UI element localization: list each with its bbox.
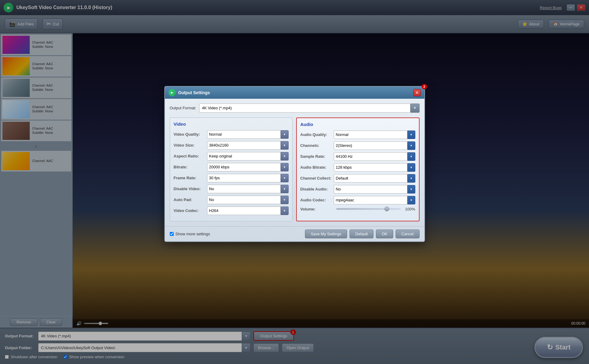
- aspect-ratio-label: Aspect Ratio:: [174, 154, 207, 158]
- disable-video-dropdown[interactable]: ▼: [281, 185, 289, 193]
- format-select[interactable]: [199, 104, 410, 113]
- show-more-label[interactable]: Show more settings: [170, 232, 210, 236]
- show-more-checkbox[interactable]: [170, 232, 174, 236]
- video-codec-label: Video Codec:: [174, 208, 207, 213]
- bitrate-label: Bitrate:: [174, 165, 207, 169]
- frame-rate-wrap: ▼: [207, 174, 289, 182]
- auto-pad-dropdown[interactable]: ▼: [281, 196, 289, 204]
- audio-bitrate-row: Audio Bitrate: ▼: [300, 163, 415, 172]
- video-size-row: Video Size: ▼: [174, 141, 289, 150]
- disable-video-input[interactable]: [207, 185, 281, 193]
- frame-rate-label: Frame Rate:: [174, 176, 207, 180]
- bitrate-dropdown[interactable]: ▼: [281, 163, 289, 171]
- audio-quality-wrap: ▼: [334, 131, 415, 139]
- video-codec-wrap: ▼: [207, 207, 289, 215]
- bitrate-row: Bitrate: ▼: [174, 163, 289, 171]
- volume-thumb-dialog[interactable]: [384, 207, 389, 211]
- frame-rate-dropdown[interactable]: ▼: [281, 174, 289, 182]
- sample-rate-label: Sample Rate:: [300, 154, 334, 159]
- auto-pad-input[interactable]: [207, 196, 281, 204]
- audio-bitrate-label: Audio Bitrate:: [300, 165, 334, 170]
- bitrate-wrap: ▼: [207, 163, 289, 171]
- audio-quality-input[interactable]: [334, 131, 407, 139]
- volume-row: Volume: 100%: [300, 207, 415, 211]
- audio-quality-dropdown[interactable]: ▼: [407, 131, 415, 139]
- channels-row: Channels: ▼: [300, 141, 415, 150]
- channels-dropdown[interactable]: ▼: [407, 141, 415, 150]
- format-label: Output Format:: [170, 106, 196, 110]
- video-quality-dropdown[interactable]: ▼: [281, 130, 289, 139]
- dialog-body: Output Format: ▼ Video Video Quality:: [165, 99, 424, 226]
- sample-rate-wrap: ▼: [334, 152, 415, 161]
- aspect-ratio-wrap: ▼: [207, 152, 289, 160]
- audio-bitrate-wrap: ▼: [334, 163, 415, 172]
- channels-input[interactable]: [334, 141, 407, 150]
- audio-bitrate-input[interactable]: [334, 163, 407, 172]
- channel-collect-dropdown[interactable]: ▼: [407, 174, 415, 183]
- video-codec-row: Video Codec: ▼: [174, 207, 289, 215]
- format-row: Output Format: ▼: [170, 104, 420, 113]
- video-size-dropdown[interactable]: ▼: [281, 141, 289, 150]
- video-quality-input[interactable]: [207, 130, 281, 139]
- output-settings-dialog: 2 Output Settings ✕ Output Format: ▼: [164, 86, 425, 242]
- volume-label: Volume:: [300, 207, 334, 211]
- video-codec-input[interactable]: [207, 207, 281, 215]
- auto-pad-wrap: ▼: [207, 196, 289, 204]
- audio-codec-input[interactable]: [334, 196, 407, 204]
- disable-audio-dropdown[interactable]: ▼: [407, 185, 415, 194]
- video-panel-title: Video: [174, 121, 289, 127]
- auto-pad-label: Auto Pad:: [174, 197, 207, 202]
- channel-collect-row: Channel Collect: ▼: [300, 174, 415, 183]
- disable-audio-input[interactable]: [334, 185, 407, 194]
- sample-rate-row: Sample Rate: ▼: [300, 152, 415, 161]
- audio-quality-label: Audio Quality:: [300, 132, 334, 137]
- video-size-input[interactable]: [207, 141, 281, 150]
- dialog-title-bar: Output Settings ✕: [165, 87, 424, 99]
- dialog-overlay: 2 Output Settings ✕ Output Format: ▼: [0, 0, 589, 364]
- video-size-label: Video Size:: [174, 143, 207, 147]
- audio-bitrate-dropdown[interactable]: ▼: [407, 163, 415, 172]
- video-panel: Video Video Quality: ▼ Video Size:: [170, 117, 293, 221]
- disable-video-row: Disable Video: ▼: [174, 185, 289, 193]
- sample-rate-input[interactable]: [334, 152, 407, 161]
- bitrate-input[interactable]: [207, 163, 281, 171]
- dialog-close-button[interactable]: ✕: [413, 89, 421, 96]
- audio-codec-row: Audio Codec: ▼: [300, 196, 415, 204]
- dialog-footer: Show more settings Save My Settings Defa…: [165, 226, 424, 241]
- video-quality-row: Video Quality: ▼: [174, 130, 289, 139]
- dialog-logo: [169, 89, 176, 96]
- disable-audio-row: Disable Audio: ▼: [300, 185, 415, 194]
- audio-quality-row: Audio Quality: ▼: [300, 131, 415, 139]
- save-my-settings-button[interactable]: Save My Settings: [305, 230, 347, 238]
- default-button[interactable]: Default: [350, 230, 373, 238]
- audio-codec-label: Audio Codec:: [300, 198, 334, 202]
- audio-panel: Audio Audio Quality: ▼ Channels:: [296, 117, 420, 221]
- audio-panel-title: Audio: [300, 122, 415, 127]
- panels-row: Video Video Quality: ▼ Video Size:: [170, 117, 420, 221]
- dialog-title: Output Settings: [178, 90, 411, 95]
- aspect-ratio-dropdown[interactable]: ▼: [281, 152, 289, 160]
- audio-codec-dropdown[interactable]: ▼: [407, 196, 415, 204]
- disable-video-wrap: ▼: [207, 185, 289, 193]
- volume-pct: 100%: [403, 207, 415, 211]
- video-codec-dropdown[interactable]: ▼: [281, 207, 289, 215]
- channel-collect-wrap: ▼: [334, 174, 415, 183]
- channels-wrap: ▼: [334, 141, 415, 150]
- disable-video-label: Disable Video:: [174, 187, 207, 191]
- frame-rate-row: Frame Rate: ▼: [174, 174, 289, 182]
- volume-slider-dialog[interactable]: [336, 208, 401, 210]
- disable-audio-wrap: ▼: [334, 185, 415, 194]
- video-quality-wrap: ▼: [207, 130, 289, 139]
- channel-collect-label: Channel Collect:: [300, 176, 334, 180]
- ok-button[interactable]: OK: [376, 230, 393, 238]
- video-size-wrap: ▼: [207, 141, 289, 150]
- disable-audio-label: Disable Audio:: [300, 187, 334, 191]
- aspect-ratio-row: Aspect Ratio: ▼: [174, 152, 289, 160]
- cancel-button[interactable]: Cancel: [396, 230, 419, 238]
- aspect-ratio-input[interactable]: [207, 152, 281, 160]
- sample-rate-dropdown[interactable]: ▼: [407, 152, 415, 161]
- frame-rate-input[interactable]: [207, 174, 281, 182]
- channel-collect-input[interactable]: [334, 174, 407, 183]
- format-dropdown-button[interactable]: ▼: [410, 104, 420, 113]
- channels-label: Channels:: [300, 143, 334, 148]
